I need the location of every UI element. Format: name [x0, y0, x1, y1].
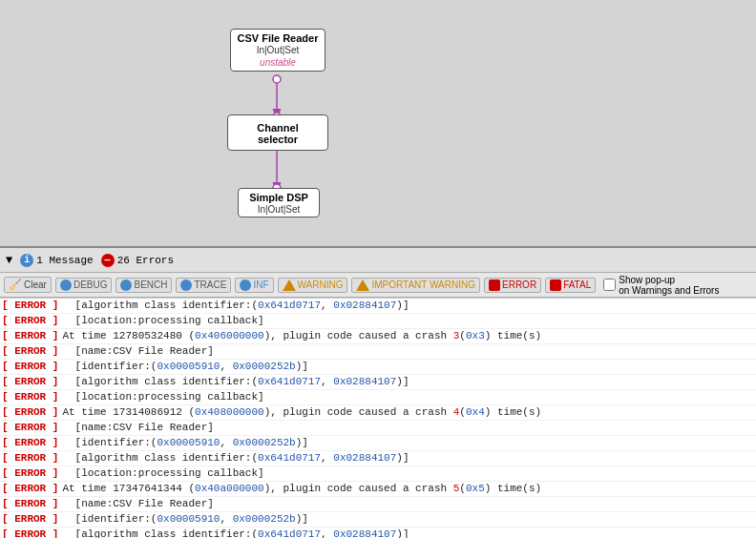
info-message-badge: i 1 Message	[20, 254, 93, 267]
error-label: ERROR	[502, 279, 536, 290]
bottom-panel: ▼ i 1 Message — 26 Errors 🧹 Clear DEBUG …	[0, 246, 756, 538]
log-row: [ ERROR ] [location:processing callback]	[0, 390, 756, 405]
bench-button[interactable]: BENCH	[116, 278, 172, 293]
log-row: [ ERROR ]At time 12780532480 (0x40600000…	[0, 329, 756, 344]
log-level: [ ERROR ]	[2, 329, 62, 343]
debug-label: DEBUG	[74, 279, 108, 290]
log-message: [algorithm class identifier:(0x641d0717,…	[62, 451, 409, 466]
node-status-csv: unstable	[231, 57, 325, 71]
log-message: [algorithm class identifier:(0x641d0717,…	[62, 375, 409, 389]
svg-point-2	[273, 75, 281, 83]
debug-button[interactable]: DEBUG	[55, 278, 113, 293]
fatal-label: FATAL	[563, 279, 591, 290]
log-level: [ ERROR ]	[2, 299, 62, 313]
inf-icon	[240, 279, 251, 291]
node-csv-file-reader[interactable]: CSV File Reader In|Out|Set unstable	[230, 29, 326, 72]
log-level: [ ERROR ]	[2, 512, 62, 527]
inf-button[interactable]: INF	[235, 278, 273, 293]
trace-label: TRACE	[194, 279, 226, 290]
log-row: [ ERROR ] [name:CSV File Reader]	[0, 497, 756, 512]
node-title-channel: Channel selector	[234, 119, 322, 146]
fatal-icon	[550, 279, 561, 291]
important-warning-button[interactable]: IMPORTANT WARNING	[351, 278, 480, 293]
log-row: [ ERROR ] [identifier:(0x00005910, 0x000…	[0, 436, 756, 451]
log-level: [ ERROR ]	[2, 344, 62, 359]
log-message: [name:CSV File Reader]	[62, 344, 213, 359]
log-message: [algorithm class identifier:(0x641d0717,…	[62, 299, 409, 313]
node-title-dsp: Simple DSP	[239, 189, 319, 204]
log-row: [ ERROR ] [name:CSV File Reader]	[0, 421, 756, 436]
clear-button[interactable]: 🧹 Clear	[4, 277, 52, 293]
log-row: [ ERROR ] [identifier:(0x00005910, 0x000…	[0, 360, 756, 375]
log-row: [ ERROR ] [name:CSV File Reader]	[0, 344, 756, 360]
log-level: [ ERROR ]	[2, 482, 62, 496]
log-row: [ ERROR ] [location:processing callback]	[0, 466, 756, 482]
clear-label: Clear	[24, 279, 47, 290]
popup-checkbox-container: Show pop-upon Warnings and Errors	[603, 275, 719, 296]
error-message-badge: — 26 Errors	[101, 254, 174, 267]
log-message: [identifier:(0x00005910, 0x0000252b)]	[62, 360, 307, 374]
imp-warning-label: IMPORTANT WARNING	[371, 279, 475, 290]
log-level: [ ERROR ]	[2, 405, 62, 420]
log-message: [name:CSV File Reader]	[62, 497, 213, 511]
log-message: [algorithm class identifier:(0x641d0717,…	[62, 528, 409, 538]
warning-label: WARNING	[298, 279, 344, 290]
log-message: At time 17314086912 (0x408000000), plugi…	[62, 405, 541, 420]
canvas-area[interactable]: CSV File Reader In|Out|Set unstable Chan…	[0, 0, 756, 246]
log-message: [location:processing callback]	[62, 390, 263, 404]
node-channel-selector[interactable]: Channel selector	[227, 114, 328, 151]
node-simple-dsp[interactable]: Simple DSP In|Out|Set	[238, 188, 320, 217]
trace-button[interactable]: TRACE	[176, 278, 231, 293]
log-row: [ ERROR ] [algorithm class identifier:(0…	[0, 299, 756, 314]
log-level: [ ERROR ]	[2, 421, 62, 435]
popup-checkbox[interactable]	[603, 279, 616, 291]
log-message: At time 12780532480 (0x406000000), plugi…	[62, 329, 541, 343]
inf-label: INF	[253, 279, 268, 290]
log-row: [ ERROR ] [algorithm class identifier:(0…	[0, 375, 756, 390]
imp-warning-icon	[356, 279, 369, 291]
log-row: [ ERROR ]At time 17347641344 (0x40a00000…	[0, 482, 756, 497]
error-count: 26 Errors	[117, 255, 174, 266]
clear-icon: 🧹	[9, 279, 22, 291]
log-level: [ ERROR ]	[2, 314, 62, 328]
node-ports-dsp: In|Out|Set	[239, 204, 319, 217]
log-row: [ ERROR ] [location:processing callback]	[0, 314, 756, 329]
node-title-csv: CSV File Reader	[231, 30, 325, 45]
info-icon: i	[20, 254, 33, 267]
log-level: [ ERROR ]	[2, 436, 62, 450]
log-level: [ ERROR ]	[2, 375, 62, 389]
log-toolbar: 🧹 Clear DEBUG BENCH TRACE INF WARNING IM…	[0, 273, 756, 298]
log-message: [identifier:(0x00005910, 0x0000252b)]	[62, 512, 307, 527]
log-level: [ ERROR ]	[2, 466, 62, 481]
log-level: [ ERROR ]	[2, 390, 62, 404]
fatal-button[interactable]: FATAL	[545, 278, 596, 293]
error-button[interactable]: ERROR	[484, 278, 541, 293]
log-row: [ ERROR ] [identifier:(0x00005910, 0x000…	[0, 512, 756, 528]
bench-icon	[120, 279, 132, 291]
log-row: [ ERROR ]At time 17314086912 (0x40800000…	[0, 405, 756, 421]
node-ports-csv: In|Out|Set	[231, 45, 325, 57]
log-level: [ ERROR ]	[2, 451, 62, 466]
message-bar: ▼ i 1 Message — 26 Errors	[0, 248, 756, 273]
info-count: 1 Message	[36, 255, 93, 266]
log-row: [ ERROR ] [algorithm class identifier:(0…	[0, 528, 756, 538]
log-row: [ ERROR ] [algorithm class identifier:(0…	[0, 451, 756, 466]
log-message: [name:CSV File Reader]	[62, 421, 213, 435]
log-message: At time 17347641344 (0x40a000000), plugi…	[62, 482, 541, 496]
trace-icon	[180, 279, 192, 291]
collapse-btn[interactable]: ▼	[6, 254, 12, 267]
error-count-icon: —	[101, 254, 115, 267]
bench-label: BENCH	[134, 279, 167, 290]
connection-lines	[0, 0, 756, 246]
log-area[interactable]: [ ERROR ] [algorithm class identifier:(0…	[0, 298, 756, 538]
warning-button[interactable]: WARNING	[278, 278, 348, 293]
log-message: [location:processing callback]	[62, 466, 263, 481]
warning-icon	[283, 279, 296, 291]
log-level: [ ERROR ]	[2, 497, 62, 511]
log-message: [location:processing callback]	[62, 314, 263, 328]
debug-icon	[60, 279, 72, 291]
log-message: [identifier:(0x00005910, 0x0000252b)]	[62, 436, 307, 450]
log-level: [ ERROR ]	[2, 528, 62, 538]
log-level: [ ERROR ]	[2, 360, 62, 374]
error-icon	[489, 279, 500, 291]
